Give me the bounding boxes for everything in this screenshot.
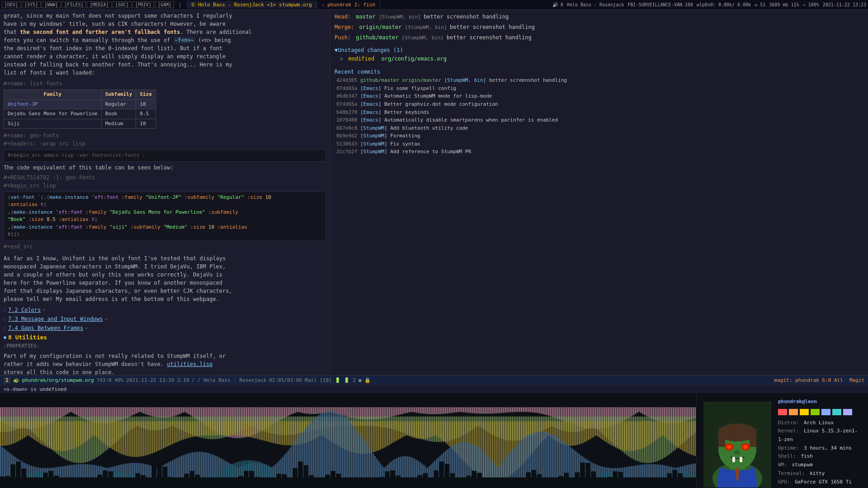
tag-soc[interactable]: [SOC]	[113, 1, 132, 8]
magit-merge: Merge: origin/master [StumpWM, bin] bett…	[335, 23, 863, 32]
kernel-row: Kernel: Linux 5.15.3-zen1-1-zen	[778, 427, 863, 444]
bottom-area: phundrak@leon Distro: Arch Linux Kernel:…	[0, 393, 868, 488]
current-file: phundrak/org/stumpwm.org	[22, 377, 94, 383]
tag-media[interactable]: [MEDIA]	[87, 1, 111, 8]
tag-priv[interactable]: [PRIV]	[132, 1, 154, 8]
battery-info: → 100%	[803, 2, 819, 7]
commit-row: 07dd65a [Emacs] Fix some flyspell config	[335, 84, 863, 93]
push-label: Push:	[335, 34, 351, 41]
outline-label[interactable]: 7.2 Colors	[8, 306, 41, 314]
tag-sys[interactable]: [SYS]	[22, 1, 41, 8]
commit-row: 5138643 [StumpWM] Fix syntax	[335, 140, 863, 148]
position: 743:0 40%	[97, 377, 124, 383]
svg-rect-13	[740, 457, 742, 462]
modified-label: modified	[348, 56, 374, 62]
battery-icon: 🔋	[335, 377, 341, 383]
echo-area: <s-down> is undefined	[0, 385, 868, 393]
mail-count: ✉ 51	[755, 2, 765, 7]
end-src: #+end_src	[4, 243, 326, 251]
table-cell: Medium	[101, 119, 136, 129]
workspace-tags[interactable]: [DEV] [SYS] [WWW] [FILES] [MEDIA] [SOC] …	[2, 1, 174, 8]
memory-usage: 3609 mb 11%	[769, 2, 799, 7]
table-cell: DejaVu Sans Mono for Powerline	[4, 109, 102, 119]
code-equivalent-text: The code equivalent of this table can be…	[4, 164, 326, 172]
head-label: Head:	[335, 14, 351, 20]
color-dot-1	[778, 409, 787, 415]
profile-username: phundrak@leon	[778, 398, 863, 406]
properties-label: :PROPERTIES:	[4, 343, 326, 350]
fonts-table: Family Subfamily Size Unifont-JP Regular…	[4, 89, 156, 129]
lisp-line-2: :antialias t)	[8, 201, 322, 209]
outline-label[interactable]: 7.4 Gaps Between Frames	[8, 324, 83, 332]
tag-gam[interactable]: [GAM]	[155, 1, 174, 8]
music-time: 02:05/03:06	[269, 377, 302, 383]
tag-www[interactable]: [WWW]	[42, 1, 61, 8]
merge-label: Merge:	[335, 24, 354, 30]
wm-label: WM:	[778, 462, 787, 468]
datetime: 2021-11-22 13:23	[823, 2, 866, 7]
terminal-label: Terminal:	[778, 470, 805, 476]
head-branch: master [StumpWM, bin] better screenshot …	[356, 14, 509, 20]
modified-file: org/config/emacs.org	[382, 56, 447, 62]
color-dot-7	[843, 409, 852, 415]
utilities-link[interactable]: utilities.lisp	[167, 361, 212, 367]
outline-arrow: ↩	[42, 306, 45, 313]
commit-row: 667e0c8 [StumpWM] Add bluetooth utility …	[335, 124, 863, 132]
tab-stumpwm[interactable]: ① Holo Bass - RosenjJack <1> stumpwm.org	[186, 1, 317, 9]
wm-row: WM: stumpwm	[778, 461, 863, 469]
lisp-line-1: (set-font `(,(make-instance 'xft:font :f…	[8, 194, 322, 202]
table-cell: Unifont-JP	[4, 99, 102, 109]
distro-value: Arch Linux	[804, 420, 834, 426]
svg-rect-12	[732, 457, 735, 462]
uptime-label: Uptime:	[778, 445, 799, 451]
status-bar: 1 🐢 phundrak/org/stumpwm.org 743:0 40% 2…	[0, 375, 868, 385]
gpu-row: GPU: GeForce GTX 1650 Ti Mobile	[778, 478, 863, 488]
music-info: ♪ Holo Bass - Rosenjack	[198, 377, 266, 383]
table-header-subfamily: Subfamily	[101, 90, 136, 100]
outline-item-74: ○ 7.4 Gaps Between Frames ↩	[4, 324, 326, 332]
table-header-family: Family	[4, 90, 102, 100]
outline-label[interactable]: 7.3 Message and Input Windows	[8, 315, 103, 323]
profile-card: phundrak@leon Distro: Arch Linux Kernel:…	[696, 393, 868, 488]
music-visualizer	[0, 393, 696, 488]
svg-rect-6	[750, 429, 756, 447]
lisp-line-5: ,(make-instance 'xft:font :family "siji"…	[8, 224, 322, 231]
outline-arrow: ↩	[105, 315, 108, 322]
color-dot-3	[800, 409, 809, 415]
kernel-label: Kernel:	[778, 428, 799, 434]
battery-num: 🔋 2	[344, 377, 356, 383]
unstaged-file: > modified org/config/emacs.org	[335, 55, 863, 63]
name-gen-fonts: #+name: gen-fonts	[4, 131, 326, 140]
avatar-area	[701, 398, 774, 488]
table-cell: Regular	[101, 99, 136, 109]
commit-row: 1078400 [Emacs] Automatically disable sm…	[335, 116, 863, 124]
src-block-header: #+begin_src emacs-lisp :var fonts=list-f…	[4, 150, 326, 162]
lisp-code-block: (set-font `(,(make-instance 'xft:font :f…	[4, 192, 326, 241]
tab-fish[interactable]: ☆ phundrak 2: fish	[317, 1, 380, 9]
svg-point-11	[734, 450, 741, 455]
table-cell: 10	[136, 119, 156, 129]
outline-item-72: ○ 7.2 Colors ↩	[4, 306, 326, 314]
status-dot: ●	[359, 377, 362, 383]
magit-head: Head: master [StumpWM, bin] better scree…	[335, 13, 863, 21]
avatar-svg	[703, 402, 771, 488]
echo-text: <s-down> is undefined	[4, 386, 66, 392]
mail: Mail [10]	[305, 377, 332, 383]
uptime-row: Uptime: 3 hours, 34 mins	[778, 444, 863, 453]
magit-recent-commits: Recent commits 424d305 github/master ori…	[335, 68, 863, 156]
network-speed: wlp8s0: 0.00k/ 0.00k	[697, 2, 751, 7]
outline-dot-active: ●	[4, 334, 6, 341]
outline-dot: ○	[4, 324, 6, 331]
tag-dev[interactable]: [DEV]	[2, 1, 21, 8]
window-tabs: ① Holo Bass - RosenjJack <1> stumpwm.org…	[186, 1, 550, 9]
turtle-icon: 🐢	[13, 377, 19, 383]
date: 2021-11-22 13:39 3.19	[126, 377, 189, 383]
volume-info: 🔊 8	[552, 2, 563, 7]
lisp-line-3: ,(make-instance 'xft:font :family "DejaV…	[8, 209, 322, 216]
commit-row: b48b270 [Emacs] Better keybinds	[335, 108, 863, 117]
outline-list: ○ 7.2 Colors ↩ ○ 7.3 Message and Input W…	[4, 306, 326, 375]
table-cell: 8.5	[136, 109, 156, 119]
magit-unstaged-section: ▼Unstaged changes (1) > modified org/con…	[335, 46, 863, 63]
begin-src2: #+begin_src lisp	[4, 182, 326, 190]
tag-files[interactable]: [FILES]	[61, 1, 86, 8]
